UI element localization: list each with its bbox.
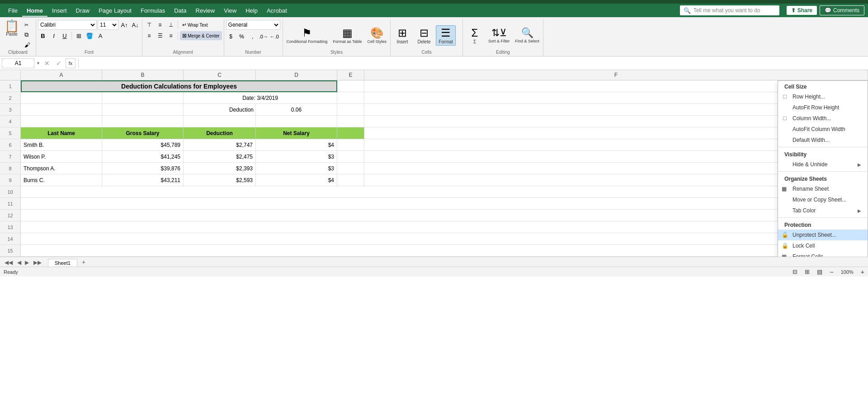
status-normal-view[interactable]: ⊟	[793, 268, 797, 275]
cell-b8[interactable]: $39,876	[102, 163, 184, 174]
cell-a4[interactable]	[21, 116, 102, 127]
cell-e1[interactable]	[337, 80, 364, 92]
cell-a3[interactable]	[21, 104, 102, 116]
paste-button[interactable]: 📋 Paste	[2, 19, 22, 38]
align-top-button[interactable]: ⊤	[144, 20, 154, 30]
cut-button[interactable]: ✂	[23, 21, 32, 29]
search-bar[interactable]: 🔍 Tell me what you want to do	[680, 5, 779, 15]
insert-function-button[interactable]: fx	[66, 58, 75, 68]
col-header-e[interactable]: E	[337, 70, 364, 80]
align-right-button[interactable]: ≡	[166, 31, 176, 41]
cell-c9[interactable]: $2,593	[184, 174, 256, 186]
cell-c3[interactable]: Deduction	[184, 104, 256, 116]
cell-d8[interactable]: $3	[256, 163, 337, 174]
col-header-a[interactable]: A	[21, 70, 102, 80]
dropdown-item-format-cells[interactable]: ▦ Format Cells...	[778, 251, 868, 257]
cell-e2[interactable]	[337, 92, 364, 104]
cell-c7[interactable]: $2,475	[184, 151, 256, 163]
number-format-select[interactable]: General	[226, 20, 280, 30]
align-center-button[interactable]: ☰	[155, 31, 165, 41]
menu-view[interactable]: View	[219, 5, 241, 16]
zoom-out-button[interactable]: −	[830, 268, 833, 276]
conditional-formatting-button[interactable]: ⚑ Conditional Formatting	[285, 26, 330, 45]
cell-b7[interactable]: $41,245	[102, 151, 184, 163]
percent-button[interactable]: %	[237, 32, 247, 42]
cell-d6[interactable]: $4	[256, 139, 337, 151]
font-size-select[interactable]: 11	[98, 20, 118, 30]
font-name-select[interactable]: Calibri	[38, 20, 97, 30]
format-button[interactable]: ☰ Format	[436, 25, 456, 46]
bold-button[interactable]: B	[38, 31, 48, 41]
col-header-c[interactable]: C	[184, 70, 256, 80]
comments-button[interactable]: 💬 Comments	[820, 5, 864, 15]
decrease-font-button[interactable]: A↓	[130, 20, 140, 30]
copy-button[interactable]: ⧉	[23, 30, 32, 40]
wrap-text-button[interactable]: ↵ Wrap Text	[180, 20, 210, 29]
cell-b2[interactable]	[102, 92, 184, 104]
dropdown-item-autofit-col[interactable]: AutoFit Column Width	[778, 124, 868, 135]
align-bottom-button[interactable]: ⊥	[166, 20, 176, 30]
cell-c6[interactable]: $2,747	[184, 139, 256, 151]
formula-input[interactable]: Deduction Calculations for Employees	[81, 59, 866, 67]
format-as-table-button[interactable]: ▦ Format as Table	[331, 26, 363, 45]
col-header-b[interactable]: B	[102, 70, 184, 80]
dropdown-item-tab-color[interactable]: Tab Color ▶	[778, 205, 868, 216]
cell-a6[interactable]: Smith B.	[21, 139, 102, 151]
expand-button[interactable]: ▾	[36, 60, 40, 66]
dropdown-item-move-copy[interactable]: Move or Copy Sheet...	[778, 194, 868, 205]
menu-acrobat[interactable]: Acrobat	[262, 5, 292, 16]
menu-data[interactable]: Data	[170, 5, 191, 16]
zoom-in-button[interactable]: +	[861, 268, 864, 276]
cell-d9[interactable]: $4	[256, 174, 337, 186]
menu-formulas[interactable]: Formulas	[136, 5, 170, 16]
cell-e6[interactable]	[337, 139, 364, 151]
comma-button[interactable]: ,	[248, 32, 258, 42]
cell-c2[interactable]: Date: 3/4/2019	[184, 92, 337, 104]
cell-a9[interactable]: Burns C.	[21, 174, 102, 186]
sort-filter-button[interactable]: ⇅⊻ Sort & Filter	[486, 26, 512, 44]
dropdown-item-rename-sheet[interactable]: ▦ Rename Sheet	[778, 183, 868, 194]
merge-center-button[interactable]: ⊠ Merge & Center	[180, 31, 222, 40]
cell-d3[interactable]: 0.06	[256, 104, 337, 116]
cell-c5[interactable]: Deduction	[184, 127, 256, 139]
underline-button[interactable]: U	[60, 31, 70, 41]
align-left-button[interactable]: ≡	[144, 31, 154, 41]
increase-font-button[interactable]: A↑	[119, 20, 129, 30]
cell-b5[interactable]: Gross Salary	[102, 127, 184, 139]
sheet-tab-sheet1[interactable]: Sheet1	[48, 259, 77, 267]
cancel-formula-button[interactable]: ✕	[42, 58, 52, 68]
cell-b6[interactable]: $45,789	[102, 139, 184, 151]
italic-button[interactable]: I	[49, 31, 59, 41]
cell-e4[interactable]	[337, 116, 364, 127]
col-header-d[interactable]: D	[256, 70, 337, 80]
cell-e9[interactable]	[337, 174, 364, 186]
tab-nav-next[interactable]: ▶	[23, 258, 31, 267]
cell-styles-button[interactable]: 🎨 Cell Styles	[366, 26, 389, 45]
share-button[interactable]: ⬆ Share	[787, 6, 817, 15]
tab-nav-prev[interactable]: ◀	[15, 258, 23, 267]
fill-color-button[interactable]: 🪣	[85, 31, 94, 41]
dropdown-item-unprotect-sheet[interactable]: 🔓 Unprotect Sheet...	[778, 230, 868, 240]
cell-c4[interactable]	[184, 116, 256, 127]
menu-file[interactable]: File	[4, 5, 22, 16]
cell-a2[interactable]	[21, 92, 102, 104]
menu-pagelayout[interactable]: Page Layout	[94, 5, 136, 16]
dropdown-item-hide-unhide[interactable]: Hide & Unhide ▶	[778, 159, 868, 170]
borders-button[interactable]: ⊞	[74, 31, 84, 41]
dropdown-item-default-width[interactable]: Default Width...	[778, 135, 868, 145]
cell-b4[interactable]	[102, 116, 184, 127]
add-sheet-button[interactable]: +	[78, 258, 89, 267]
menu-review[interactable]: Review	[191, 5, 220, 16]
align-middle-button[interactable]: ≡	[155, 20, 165, 30]
delete-button[interactable]: ⊟ Delete	[414, 26, 434, 45]
insert-button[interactable]: ⊞ Insert	[392, 26, 412, 45]
cell-a8[interactable]: Thompson A.	[21, 163, 102, 174]
cell-e3[interactable]	[337, 104, 364, 116]
cell-b3[interactable]	[102, 104, 184, 116]
menu-insert[interactable]: Insert	[47, 5, 71, 16]
status-page-break-view[interactable]: ▤	[817, 268, 822, 275]
dropdown-item-col-width[interactable]: ☐ Column Width...	[778, 113, 868, 124]
dropdown-item-autofit-row[interactable]: AutoFit Row Height	[778, 102, 868, 113]
increase-decimal-button[interactable]: .0→	[259, 32, 269, 42]
menu-help[interactable]: Help	[241, 5, 262, 16]
